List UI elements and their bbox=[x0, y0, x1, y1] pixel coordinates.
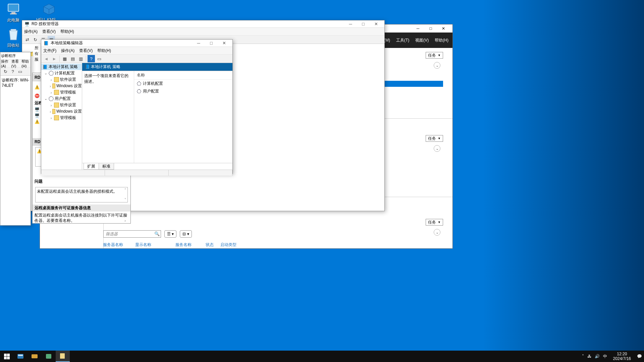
tree-windows-settings[interactable]: ›Windows 设置 bbox=[41, 83, 82, 89]
close-button[interactable]: ✕ bbox=[437, 25, 450, 32]
tasks-dropdown[interactable]: 任务▼ bbox=[426, 52, 443, 59]
expand-icon[interactable]: › bbox=[49, 103, 53, 107]
svg-rect-13 bbox=[46, 354, 51, 359]
taskbar-app-diagnostic[interactable] bbox=[42, 351, 56, 362]
collapse-toggle[interactable]: ⌄ bbox=[434, 145, 440, 152]
folder-icon bbox=[52, 83, 55, 88]
tab-extended[interactable]: 扩展 bbox=[84, 163, 99, 170]
maximize-button[interactable]: □ bbox=[205, 40, 218, 47]
expand-icon[interactable]: › bbox=[49, 90, 53, 95]
filter-tag-button[interactable]: ⊟ ▾ bbox=[180, 230, 192, 238]
menu-file[interactable]: 文件(F) bbox=[43, 48, 56, 54]
tree-software-settings[interactable]: ›软件设置 bbox=[41, 102, 82, 108]
desktop-icon-label: 回收站 bbox=[7, 43, 19, 48]
minimize-button[interactable]: ─ bbox=[192, 40, 205, 47]
tree-admin-templates[interactable]: ›管理模板 bbox=[41, 115, 82, 121]
collapse-icon[interactable]: ⌄ bbox=[44, 97, 48, 101]
back-button[interactable]: ◄ bbox=[43, 55, 50, 62]
taskbar: ˄ 🖧 🔊 中 12:20 2024/7/16 💬 bbox=[0, 351, 644, 362]
scroll-down-icon[interactable]: ˅ bbox=[126, 214, 130, 219]
close-button[interactable]: ✕ bbox=[218, 40, 230, 47]
tool-refresh-icon[interactable]: ↻ bbox=[2, 68, 9, 75]
filter-options-button[interactable]: ☰ ▾ bbox=[164, 230, 176, 238]
tree-root[interactable]: 📘本地计算机 策略 bbox=[41, 64, 82, 70]
menubar: 操作(A) 查看(V) 帮助(H) bbox=[0, 60, 31, 67]
collapse-icon[interactable]: ⌄ bbox=[44, 71, 48, 75]
column-display-name[interactable]: 显示名称 bbox=[135, 242, 151, 248]
list-item-computer-config[interactable]: 计算机配置 bbox=[134, 80, 232, 87]
menu-view[interactable]: 查看(V) bbox=[79, 48, 93, 54]
close-button[interactable]: ✕ bbox=[370, 20, 382, 28]
window-title: 诊断程序 bbox=[1, 53, 29, 58]
minimize-button[interactable]: ─ bbox=[344, 20, 357, 28]
menu-action[interactable]: 操作(A) bbox=[1, 59, 9, 68]
taskbar-app-server-manager[interactable] bbox=[13, 351, 28, 362]
expand-icon[interactable]: › bbox=[49, 84, 51, 88]
network-icon[interactable]: 🖧 bbox=[587, 354, 591, 359]
scroll-right-icon[interactable]: › bbox=[124, 219, 126, 223]
tray-overflow-icon[interactable]: ˄ bbox=[582, 354, 584, 359]
start-button[interactable] bbox=[0, 351, 13, 362]
tool-properties-icon[interactable]: ▤ bbox=[69, 55, 76, 62]
list-item-user-config[interactable]: 用户配置 bbox=[134, 87, 232, 95]
tool-window-icon[interactable]: ▭ bbox=[16, 68, 24, 75]
taskbar-clock[interactable]: 12:20 2024/7/16 bbox=[610, 352, 634, 361]
menu-tools[interactable]: 工具(T) bbox=[396, 38, 409, 43]
minimize-button[interactable]: ─ bbox=[412, 25, 424, 32]
ime-indicator[interactable]: 中 bbox=[603, 354, 607, 359]
menu-help[interactable]: 帮助(H) bbox=[97, 48, 111, 54]
taskbar-app-rd-license[interactable] bbox=[28, 351, 42, 362]
tree-user-config[interactable]: ⌄用户配置 bbox=[41, 96, 82, 102]
items-list[interactable]: 名称 计算机配置 用户配置 bbox=[134, 71, 232, 163]
expand-icon[interactable]: › bbox=[49, 78, 53, 82]
tool-details-icon[interactable]: ▦ bbox=[61, 55, 68, 62]
menu-view[interactable]: 查看(V) bbox=[42, 29, 56, 35]
tool-connect-icon[interactable]: ⇄ bbox=[23, 36, 31, 43]
tree-windows-settings[interactable]: ›Windows 设置 bbox=[41, 108, 82, 115]
window-title: RD 授权管理器 bbox=[32, 21, 344, 27]
maximize-button[interactable]: □ bbox=[424, 25, 437, 32]
column-name[interactable]: 名称 bbox=[134, 71, 232, 80]
tool-filter-icon[interactable]: ▭ bbox=[96, 55, 103, 62]
tree-software-settings[interactable]: ›软件设置 bbox=[41, 76, 82, 83]
help-icon[interactable]: ? bbox=[88, 55, 95, 62]
tasks-dropdown[interactable]: 任务▼ bbox=[426, 219, 443, 226]
volume-icon[interactable]: 🔊 bbox=[595, 354, 600, 359]
tool-export-icon[interactable]: ▥ bbox=[77, 55, 85, 62]
column-status[interactable]: 状态 bbox=[206, 242, 214, 248]
collapse-toggle[interactable]: ⌄ bbox=[434, 62, 440, 69]
tree-admin-templates[interactable]: ›管理模板 bbox=[41, 89, 82, 96]
column-service-name[interactable]: 服务名称 bbox=[175, 242, 192, 248]
titlebar[interactable]: 🖥️ RD 授权管理器 ─ □ ✕ bbox=[22, 20, 384, 28]
tree-computer-config[interactable]: ⌄计算机配置 bbox=[41, 70, 82, 76]
collapse-toggle[interactable]: ⌄ bbox=[434, 229, 440, 236]
tasks-dropdown[interactable]: 任务▼ bbox=[426, 135, 443, 142]
menu-help[interactable]: 帮助(H) bbox=[21, 59, 30, 68]
menu-help[interactable]: 帮助(H) bbox=[60, 29, 74, 35]
titlebar[interactable]: 📘 本地组策略编辑器 ─ □ ✕ bbox=[41, 40, 232, 47]
diagnostic-body: 诊断程序: WIN-74LET bbox=[0, 76, 31, 89]
policy-tree[interactable]: 📘本地计算机 策略 ⌄计算机配置 ›软件设置 ›Windows 设置 ›管理模板… bbox=[41, 63, 82, 170]
folder-icon bbox=[54, 90, 59, 95]
tool-help-icon[interactable]: ? bbox=[9, 68, 16, 75]
column-server-name[interactable]: 服务器名称 bbox=[103, 242, 123, 248]
expand-icon[interactable]: › bbox=[49, 110, 51, 114]
scroll-left-icon[interactable]: ‹ bbox=[34, 219, 35, 223]
column-start-type[interactable]: 启动类型 bbox=[220, 242, 236, 248]
menu-action[interactable]: 操作(A) bbox=[24, 29, 38, 35]
tab-standard[interactable]: 标准 bbox=[99, 163, 114, 170]
taskbar-app-gpedit[interactable] bbox=[56, 351, 70, 362]
notifications-icon[interactable]: 💬 bbox=[637, 354, 642, 359]
maximize-button[interactable]: □ bbox=[357, 20, 370, 28]
menu-action[interactable]: 操作(A) bbox=[61, 48, 74, 54]
filter-input[interactable] bbox=[103, 230, 161, 238]
tool-refresh-icon[interactable]: ↻ bbox=[32, 36, 39, 43]
menubar: 操作(A) 查看(V) 帮助(H) bbox=[22, 28, 384, 35]
forward-button[interactable]: ► bbox=[51, 55, 58, 62]
desktop-icon-heu-kms[interactable]: HEU_KMS_... bbox=[36, 3, 61, 22]
search-icon[interactable]: 🔍 bbox=[154, 231, 160, 236]
expand-icon[interactable]: › bbox=[49, 116, 53, 120]
menu-help[interactable]: 帮助(H) bbox=[435, 38, 448, 43]
menu-view[interactable]: 查看(V) bbox=[11, 59, 20, 68]
menu-view[interactable]: 视图(V) bbox=[415, 38, 429, 43]
